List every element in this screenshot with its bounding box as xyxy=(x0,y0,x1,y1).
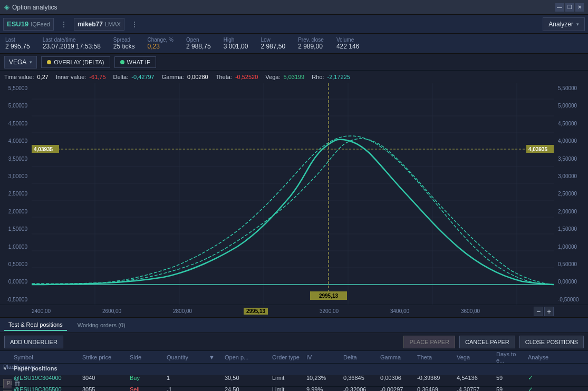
low-label: Low xyxy=(261,37,285,43)
spread-value: 25 ticks xyxy=(113,43,135,50)
change-quote: Change, % 0,23 xyxy=(148,37,173,50)
open-value: 2 988,75 xyxy=(186,43,211,50)
top-bar: ESU19 IQFeed ⋮ mikeb77 LMAX ⋮ Analyzer ▾ xyxy=(0,15,588,34)
col-delta: Delta xyxy=(341,354,378,360)
group-label: Paper positions xyxy=(12,365,80,372)
minimize-button[interactable]: — xyxy=(555,3,564,12)
vega-chevron-icon: ▾ xyxy=(30,60,32,65)
group-chevron[interactable]: ∨ xyxy=(1,365,12,371)
y-label-500: 5,00000 xyxy=(0,103,30,109)
tab-test-real-positions[interactable]: Test & Real positions xyxy=(4,319,67,331)
analyzer-selector[interactable]: Analyzer ▾ xyxy=(543,17,585,31)
row0-side: Buy xyxy=(128,375,165,381)
overlay-delta-toggle[interactable]: OVERLAY (DELTA) xyxy=(41,56,110,68)
svg-text:4,03935: 4,03935 xyxy=(528,146,548,152)
col-side: Side xyxy=(128,354,165,360)
row1-strike: 3055 xyxy=(80,386,128,391)
row1-qty: -1 xyxy=(165,386,207,391)
x-axis: 2400,00 2600,00 2800,00 2995,13 3200,00 … xyxy=(0,305,588,317)
prevclose-label: Prev. close xyxy=(298,37,324,43)
title-bar: ◈ Option analytics — ❐ ✕ xyxy=(0,0,588,15)
row1-symbol: @ESU19C305500 xyxy=(12,386,80,391)
broker-text: LMAX xyxy=(105,21,121,27)
row0-openp: 30,50 xyxy=(223,375,270,381)
y-right-250: 2,50000 xyxy=(556,191,588,197)
timevalue-value: 0,27 xyxy=(37,74,48,80)
zoom-controls: − + xyxy=(534,307,554,316)
high-quote: High 3 001,00 xyxy=(224,37,248,50)
col-theta: Theta xyxy=(415,354,455,360)
cancel-paper-button[interactable]: CANCEL PAPER xyxy=(459,336,515,348)
symbol-selector[interactable]: ESU19 IQFeed xyxy=(3,18,54,31)
symbol-menu-button[interactable]: ⋮ xyxy=(58,19,70,30)
high-label: High xyxy=(224,37,248,43)
datetime-label: Last date/time xyxy=(43,37,101,43)
chart-svg: 2995,13 4,03935 4,03935 xyxy=(32,83,554,305)
analyzer-label: Analyzer xyxy=(548,21,573,28)
whatif-toggle[interactable]: WHAT IF xyxy=(114,56,156,68)
y-label-450: 4,50000 xyxy=(0,121,30,126)
col-filter[interactable]: ▼ xyxy=(207,354,223,360)
svg-text:2995,13: 2995,13 xyxy=(319,293,339,299)
checkmark-icon: ✓ xyxy=(528,374,533,382)
y-label-050: 0,50000 xyxy=(0,261,30,267)
row0-gamma: 0,00306 xyxy=(378,375,415,381)
col-days: Days to e... xyxy=(494,351,526,364)
row1-vega: -4,30757 xyxy=(455,386,494,391)
last-value: 2 995,75 xyxy=(5,43,30,50)
last-label: Last xyxy=(5,37,30,43)
col-strike: Strike price xyxy=(80,354,128,360)
close-positions-button[interactable]: CLOSE POSITIONS xyxy=(519,336,584,348)
spread-quote: Spread 25 ticks xyxy=(113,37,135,50)
x-label-3600: 3600,00 xyxy=(461,308,480,314)
action-buttons-bar: ADD UNDERLIER PLACE PAPER CANCEL PAPER C… xyxy=(0,333,588,351)
close-button[interactable]: ✕ xyxy=(575,3,584,12)
innervalue-label: Inner value: xyxy=(56,74,86,80)
row0-delta: 0,36845 xyxy=(341,375,378,381)
row0-strike: 3040 xyxy=(80,375,128,381)
row0-days: 59 xyxy=(494,375,526,381)
y-label-100: 1,00000 xyxy=(0,244,30,250)
row1-days: 59 xyxy=(494,386,526,391)
low-value: 2 987,50 xyxy=(261,43,285,50)
svg-text:4,03935: 4,03935 xyxy=(34,146,53,152)
col-analyse: Analyse xyxy=(526,354,552,360)
innervalue-value: -61,75 xyxy=(89,74,105,80)
vega-info-label: Vega: xyxy=(265,74,280,80)
vega-selector[interactable]: VEGA ▾ xyxy=(4,56,37,69)
row0-analyse: ✓ xyxy=(526,374,552,382)
timevalue-label: Time value: xyxy=(4,74,34,80)
y-right-n050: -0,50000 xyxy=(556,297,588,302)
zoom-out-button[interactable]: − xyxy=(534,307,543,316)
account-selector[interactable]: mikeb77 LMAX xyxy=(74,18,124,31)
prevclose-value: 2 989,00 xyxy=(298,43,324,50)
row0-place-button[interactable]: PLACE xyxy=(3,379,12,388)
col-vega: Vega xyxy=(455,354,494,360)
table-header: Symbol Strike price Side Quantity ▼ Open… xyxy=(0,351,588,364)
volume-quote: Volume 422 146 xyxy=(336,37,359,50)
col-openp: Open p... xyxy=(223,354,270,360)
zoom-in-button[interactable]: + xyxy=(544,307,554,316)
chart-area: 5,50000 5,00000 4,50000 4,00000 3,50000 … xyxy=(0,83,588,305)
col-ordertype: Order type xyxy=(270,354,304,360)
volume-label: Volume xyxy=(336,37,359,43)
row1-delta: -0,32006 xyxy=(341,386,378,391)
restore-button[interactable]: ❐ xyxy=(565,3,574,12)
y-label-150: 1,50000 xyxy=(0,226,30,232)
open-quote: Open 2 988,75 xyxy=(186,37,211,50)
row0-place[interactable]: PLACE xyxy=(1,379,12,388)
y-right-450: 4,50000 xyxy=(556,121,588,126)
y-axis-right: 5,50000 5,00000 4,50000 4,00000 3,50000 … xyxy=(554,83,588,305)
add-underlier-button[interactable]: ADD UNDERLIER xyxy=(4,336,63,348)
y-right-050: 0,50000 xyxy=(556,261,588,267)
gamma-value: 0,00280 xyxy=(187,74,208,80)
chart-canvas[interactable]: 2995,13 4,03935 4,03935 xyxy=(32,83,554,305)
tab-working-orders[interactable]: Working orders (0) xyxy=(73,320,130,330)
y-label-550: 5,50000 xyxy=(0,85,30,91)
x-label-3200: 3200,00 xyxy=(320,308,339,314)
overlay-dot-icon xyxy=(47,60,51,64)
account-menu-button[interactable]: ⋮ xyxy=(129,19,140,30)
row1-theta: 0,36469 xyxy=(415,386,455,391)
col-qty: Quantity xyxy=(165,354,207,360)
x-label-2400: 2400,00 xyxy=(32,308,51,314)
